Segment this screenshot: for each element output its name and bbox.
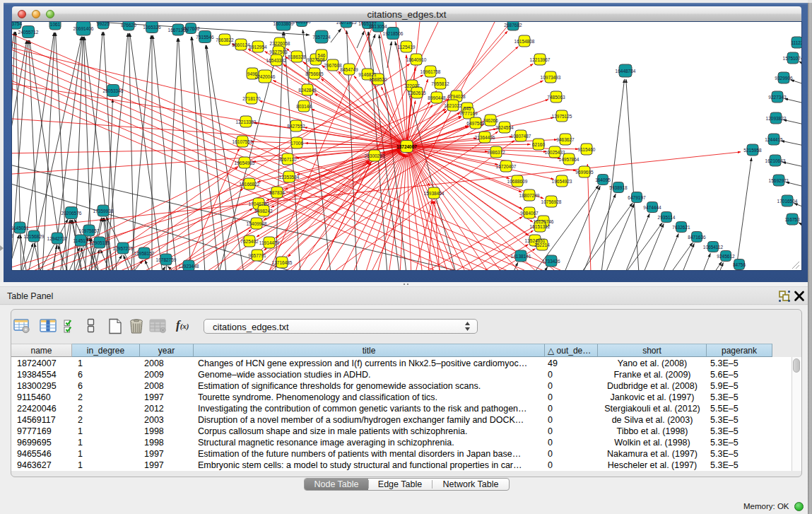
svg-text:8454749: 8454749: [340, 67, 358, 72]
svg-text:14138141: 14138141: [511, 254, 531, 259]
svg-text:23226058: 23226058: [270, 41, 290, 46]
svg-text:18640910: 18640910: [406, 57, 427, 62]
svg-text:8756685: 8756685: [305, 71, 324, 76]
svg-text:1588520: 1588520: [369, 77, 387, 82]
svg-text:11914479: 11914479: [259, 240, 280, 245]
svg-text:16033809: 16033809: [273, 22, 294, 26]
svg-text:16151312: 16151312: [530, 224, 551, 229]
svg-text:1527602: 1527602: [182, 26, 200, 31]
svg-text:803144: 803144: [296, 104, 312, 109]
svg-text:7663822: 7663822: [216, 37, 234, 42]
svg-text:9474444: 9474444: [643, 205, 661, 210]
svg-text:19654923: 19654923: [552, 179, 572, 184]
svg-text:21364436: 21364436: [475, 135, 495, 140]
svg-text:8660124: 8660124: [232, 42, 250, 47]
svg-text:8813054: 8813054: [369, 24, 387, 29]
svg-text:10975857: 10975857: [79, 228, 100, 233]
svg-text:1621022: 1621022: [444, 103, 462, 108]
svg-text:6466160: 6466160: [293, 22, 311, 24]
svg-text:8471636: 8471636: [688, 235, 706, 240]
svg-text:16120746: 16120746: [534, 219, 554, 224]
svg-text:17957275: 17957275: [113, 246, 134, 251]
svg-text:10654112: 10654112: [703, 245, 724, 250]
svg-text:10756928: 10756928: [541, 199, 562, 204]
svg-text:14957864: 14957864: [559, 157, 579, 162]
svg-text:12213967: 12213967: [530, 57, 551, 62]
svg-text:10807487: 10807487: [511, 134, 531, 139]
svg-text:17359938: 17359938: [93, 209, 114, 214]
svg-text:7625402: 7625402: [240, 239, 259, 244]
svg-text:10688609: 10688609: [507, 179, 528, 184]
svg-text:7986372: 7986372: [487, 150, 505, 155]
svg-text:7357224: 7357224: [312, 35, 331, 40]
svg-text:15720407: 15720407: [496, 164, 517, 169]
svg-text:8242848: 8242848: [298, 88, 317, 93]
svg-text:2718170: 2718170: [242, 96, 261, 101]
svg-text:7955812: 7955812: [431, 81, 449, 86]
svg-text:15692971: 15692971: [769, 178, 789, 183]
svg-text:5498242: 5498242: [254, 209, 273, 214]
svg-text:2935114: 2935114: [658, 215, 676, 220]
svg-text:12975125: 12975125: [552, 114, 572, 119]
svg-text:17006: 17006: [290, 141, 303, 146]
svg-text:6479197: 6479197: [628, 195, 646, 200]
svg-text:8990448: 8990448: [428, 95, 446, 100]
svg-text:12156829: 12156829: [24, 234, 45, 239]
svg-text:252214: 252214: [534, 243, 550, 247]
svg-text:13754: 13754: [12, 22, 22, 26]
svg-text:16448784: 16448784: [616, 69, 636, 74]
svg-text:12905185: 12905185: [90, 240, 110, 245]
svg-text:9227343: 9227343: [768, 95, 787, 100]
svg-text:9329906: 9329906: [775, 76, 793, 81]
svg-text:12942737: 12942737: [47, 236, 68, 241]
svg-text:24055712: 24055712: [18, 30, 39, 35]
svg-text:9084067: 9084067: [520, 211, 539, 216]
svg-text:10671915: 10671915: [336, 22, 357, 25]
svg-text:20206576: 20206576: [61, 211, 82, 216]
svg-text:16154808: 16154808: [514, 39, 535, 44]
svg-text:2687682: 2687682: [504, 23, 522, 28]
svg-text:5938918: 5938918: [609, 185, 628, 190]
svg-text:587834: 587834: [269, 190, 285, 195]
svg-text:9115460: 9115460: [578, 147, 596, 152]
svg-text:5215958: 5215958: [743, 148, 762, 153]
svg-text:16210643: 16210643: [765, 158, 786, 163]
svg-text:12923448: 12923448: [179, 264, 199, 269]
svg-text:345: 345: [464, 106, 471, 111]
svg-text:16782759: 16782759: [156, 257, 177, 262]
svg-text:1733426: 1733426: [542, 259, 560, 264]
svg-text:546: 546: [318, 53, 326, 58]
svg-text:84756: 84756: [733, 262, 746, 267]
svg-text:10973493: 10973493: [541, 75, 561, 80]
svg-text:16961758: 16961758: [420, 69, 441, 74]
svg-text:12353584: 12353584: [279, 175, 300, 180]
svg-text:12093822: 12093822: [766, 116, 787, 121]
svg-text:1362615: 1362615: [408, 90, 426, 95]
svg-text:9145051: 9145051: [12, 226, 29, 230]
svg-text:7485063: 7485063: [547, 95, 565, 100]
svg-text:114517: 114517: [73, 238, 88, 243]
svg-text:8427552: 8427552: [287, 124, 305, 129]
svg-text:3624554: 3624554: [495, 125, 514, 130]
svg-text:9699695: 9699695: [575, 170, 594, 175]
svg-text:9245612: 9245612: [717, 254, 735, 259]
svg-text:1244415: 1244415: [765, 137, 783, 142]
svg-text:7515546: 7515546: [196, 35, 214, 40]
svg-text:18724007: 18724007: [396, 144, 417, 149]
svg-text:1125419: 1125419: [398, 45, 416, 49]
svg-text:16107553: 16107553: [233, 139, 253, 144]
svg-text:19218506: 19218506: [383, 31, 404, 36]
svg-text:2967608: 2967608: [324, 63, 342, 68]
svg-text:11122: 11122: [791, 40, 801, 45]
svg-text:8186328: 8186328: [288, 54, 306, 59]
svg-text:322037: 322037: [404, 83, 420, 88]
svg-text:16958157: 16958157: [134, 251, 155, 256]
svg-text:6794028: 6794028: [447, 94, 466, 99]
svg-text:746266: 746266: [483, 118, 498, 123]
svg-text:9146821: 9146821: [358, 72, 377, 77]
svg-text:62160: 62160: [532, 142, 545, 147]
svg-text:17046780: 17046780: [249, 201, 269, 206]
svg-text:13716485: 13716485: [272, 260, 293, 265]
svg-text:99225: 99225: [97, 22, 110, 26]
svg-text:3267110: 3267110: [279, 157, 297, 162]
